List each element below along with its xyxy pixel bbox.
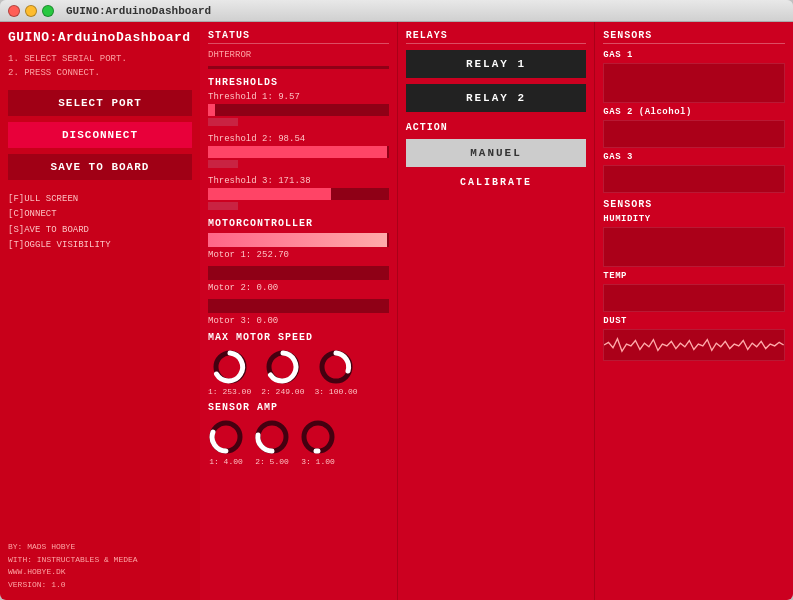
knob3-label: 3: 100.00 (314, 387, 357, 396)
sidebar-title: GUINO:ArduinoDashboard (8, 30, 192, 45)
knob2-container: 2: 249.00 (261, 349, 304, 396)
status-panel: STATUS DHTERROR THRESHOLDS Threshold 1: … (200, 22, 398, 600)
footer-line-2: WITH: INSTRUCTABLES & MEDEA (8, 554, 192, 567)
threshold2-container: Threshold 2: 98.54 (208, 134, 389, 168)
svg-point-5 (304, 423, 332, 451)
footer-line-1: BY: MADS HOBYE (8, 541, 192, 554)
threshold1-container: Threshold 1: 9.57 (208, 92, 389, 126)
knob2[interactable] (265, 349, 301, 385)
max-motor-knobs: 1: 253.00 2: 249.00 (208, 349, 389, 396)
action-title: ACTION (406, 122, 587, 133)
motor3-bar (208, 299, 389, 313)
menu-toggle[interactable]: [T]OGGLE VISIBILITY (8, 238, 192, 253)
threshold3-bar (208, 188, 389, 200)
humidity-box (603, 227, 785, 267)
threshold2-label: Threshold 2: 98.54 (208, 134, 389, 144)
main-area: STATUS DHTERROR THRESHOLDS Threshold 1: … (200, 22, 793, 600)
sensors-sub-title: SENSORS (603, 199, 785, 210)
sensor-amp-title: SENSOR AMP (208, 402, 389, 413)
disconnect-button[interactable]: DISCONNECT (8, 122, 192, 148)
relays-panel-title: RELAYS (406, 30, 587, 44)
status-bar (208, 66, 389, 69)
amp-knob2-container: 2: 5.00 (254, 419, 290, 466)
gas3-box (603, 165, 785, 193)
amp-knob1[interactable] (208, 419, 244, 455)
threshold3-small-bar (208, 202, 238, 210)
threshold2-bar (208, 146, 389, 158)
dust-box (603, 329, 785, 361)
threshold1-small-bar (208, 118, 238, 126)
knob2-label: 2: 249.00 (261, 387, 304, 396)
menu-fullscreen[interactable]: [F]ULL SCREEN (8, 192, 192, 207)
motor3-label: Motor 3: 0.00 (208, 316, 389, 326)
sidebar-menu: [F]ULL SCREEN [C]ONNECT [S]AVE TO BOARD … (8, 192, 192, 253)
threshold3-container: Threshold 3: 171.38 (208, 176, 389, 210)
save-to-board-button[interactable]: SAVE TO BOARD (8, 154, 192, 180)
sensors-panel: SENSORS GAS 1 GAS 2 (Alcohol) GAS 3 SENS… (595, 22, 793, 600)
humidity-label: HUMIDITY (603, 214, 785, 224)
manuel-button[interactable]: MANUEL (406, 139, 587, 167)
sidebar: GUINO:ArduinoDashboard 1. SELECT SERIAL … (0, 22, 200, 600)
amp-knob2-label: 2: 5.00 (255, 457, 289, 466)
footer-line-3: WWW.HOBYE.DK (8, 566, 192, 579)
threshold1-bar (208, 104, 389, 116)
main-window: GUINO:ArduinoDashboard GUINO:ArduinoDash… (0, 0, 793, 600)
motorcontroller-title: MOTORCONTROLLER (208, 218, 389, 229)
knob3[interactable] (318, 349, 354, 385)
gas1-label: GAS 1 (603, 50, 785, 60)
amp-knob1-label: 1: 4.00 (209, 457, 243, 466)
relay1-button[interactable]: RELAY 1 (406, 50, 587, 78)
instruction-1: 1. SELECT SERIAL PORT. (8, 53, 192, 67)
dust-label: DUST (603, 316, 785, 326)
window-title: GUINO:ArduinoDashboard (66, 5, 211, 17)
content-area: GUINO:ArduinoDashboard 1. SELECT SERIAL … (0, 22, 793, 600)
gas2-box (603, 120, 785, 148)
amp-knob1-container: 1: 4.00 (208, 419, 244, 466)
close-button[interactable] (8, 5, 20, 17)
menu-save[interactable]: [S]AVE TO BOARD (8, 223, 192, 238)
sensors-panel-title: SENSORS (603, 30, 785, 44)
sidebar-footer: BY: MADS HOBYE WITH: INSTRUCTABLES & MED… (8, 541, 192, 592)
sidebar-instructions: 1. SELECT SERIAL PORT. 2. PRESS CONNECT. (8, 53, 192, 80)
knob1[interactable] (212, 349, 248, 385)
relays-panel: RELAYS RELAY 1 RELAY 2 ACTION MANUEL CAL… (398, 22, 596, 600)
knob3-container: 3: 100.00 (314, 349, 357, 396)
threshold3-label: Threshold 3: 171.38 (208, 176, 389, 186)
relay2-button[interactable]: RELAY 2 (406, 84, 587, 112)
amp-knob2[interactable] (254, 419, 290, 455)
maximize-button[interactable] (42, 5, 54, 17)
motor1-bar (208, 233, 389, 247)
gas2-label: GAS 2 (Alcohol) (603, 107, 785, 117)
knob1-container: 1: 253.00 (208, 349, 251, 396)
threshold2-small-bar (208, 160, 238, 168)
gas3-label: GAS 3 (603, 152, 785, 162)
status-error: DHTERROR (208, 50, 389, 60)
motor1-label: Motor 1: 252.70 (208, 250, 389, 260)
footer-line-4: VERSION: 1.0 (8, 579, 192, 592)
temp-label: TEMP (603, 271, 785, 281)
status-panel-title: STATUS (208, 30, 389, 44)
instruction-2: 2. PRESS CONNECT. (8, 67, 192, 81)
sensor-amp-knobs: 1: 4.00 2: 5.00 (208, 419, 389, 466)
max-motor-title: MAX MOTOR SPEED (208, 332, 389, 343)
minimize-button[interactable] (25, 5, 37, 17)
menu-connect[interactable]: [C]ONNECT (8, 207, 192, 222)
knob1-label: 1: 253.00 (208, 387, 251, 396)
motor2-bar (208, 266, 389, 280)
thresholds-title: THRESHOLDS (208, 77, 389, 88)
threshold1-label: Threshold 1: 9.57 (208, 92, 389, 102)
gas1-box (603, 63, 785, 103)
amp-knob3[interactable] (300, 419, 336, 455)
titlebar: GUINO:ArduinoDashboard (0, 0, 793, 22)
amp-knob3-container: 3: 1.00 (300, 419, 336, 466)
amp-knob3-label: 3: 1.00 (301, 457, 335, 466)
select-port-button[interactable]: SELECT PORT (8, 90, 192, 116)
dust-waveform (604, 330, 784, 360)
calibrate-label[interactable]: CALIBRATE (406, 173, 587, 192)
window-controls (8, 5, 54, 17)
temp-box (603, 284, 785, 312)
motor2-label: Motor 2: 0.00 (208, 283, 389, 293)
